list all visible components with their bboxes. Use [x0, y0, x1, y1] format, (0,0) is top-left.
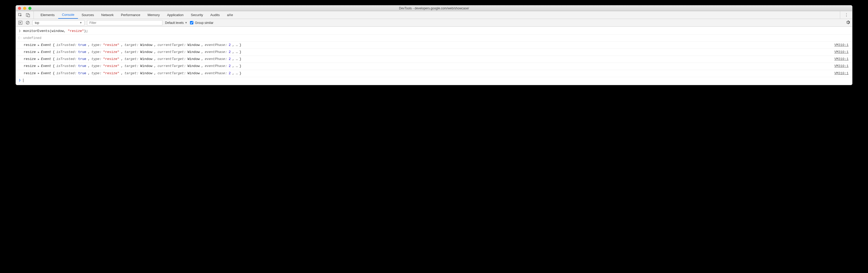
group-similar-label: Group similar: [195, 21, 213, 25]
undefined-output: undefined: [23, 35, 41, 41]
comma: ,: [201, 63, 203, 69]
comma: ,: [154, 42, 156, 48]
comma: ,: [201, 56, 203, 62]
brace-close: }: [239, 63, 241, 69]
expand-triangle-icon[interactable]: ▶: [38, 64, 39, 69]
inspect-element-icon[interactable]: [18, 13, 23, 18]
brace-close: }: [239, 71, 241, 76]
console-event-row[interactable]: resize▶Event {isTrusted: true, type: "re…: [16, 49, 852, 56]
event-prop-value: 2: [229, 56, 231, 62]
source-link[interactable]: VM310:1: [834, 71, 850, 76]
event-prop-value: Window: [140, 49, 153, 55]
ellipsis[interactable]: …: [236, 63, 238, 69]
event-prop-value: "resize": [103, 63, 119, 69]
console-settings-icon[interactable]: [846, 20, 850, 26]
expand-triangle-icon[interactable]: ▶: [38, 50, 39, 55]
console-event-row[interactable]: resize▶Event {isTrusted: true, type: "re…: [16, 42, 852, 49]
source-link[interactable]: VM310:1: [834, 42, 850, 48]
log-levels-selector[interactable]: Default levels ▼: [165, 21, 187, 25]
ellipsis[interactable]: …: [236, 71, 238, 76]
comma: ,: [121, 56, 123, 62]
tab-audits[interactable]: Audits: [207, 11, 223, 19]
event-prop-key: target:: [124, 56, 139, 62]
group-similar-toggle[interactable]: Group similar: [190, 21, 213, 25]
event-prop-value: Window: [140, 42, 153, 48]
context-selector[interactable]: top ▼: [32, 20, 85, 26]
event-prop-value: true: [78, 63, 86, 69]
tab-console[interactable]: Console: [58, 11, 78, 19]
console-event-row[interactable]: resize▶Event {isTrusted: true, type: "re…: [16, 63, 852, 70]
more-options-icon[interactable]: ⋮: [843, 12, 850, 18]
event-classname: Event: [41, 63, 51, 69]
comma: ,: [232, 49, 235, 55]
toggle-sidebar-icon[interactable]: [18, 21, 23, 25]
ellipsis[interactable]: …: [236, 49, 238, 55]
expand-triangle-icon[interactable]: ▶: [38, 43, 39, 47]
console-prompt[interactable]: ❯: [16, 77, 852, 84]
event-prop-value: true: [78, 42, 86, 48]
group-similar-checkbox[interactable]: [190, 21, 193, 24]
event-prop-value: Window: [187, 56, 199, 62]
expand-triangle-icon[interactable]: ▶: [38, 71, 39, 75]
tab-security[interactable]: Security: [187, 11, 207, 19]
event-prop-key: target:: [124, 49, 139, 55]
tabs-container: ElementsConsoleSourcesNetworkPerformance…: [37, 11, 840, 19]
event-prop-value: "resize": [103, 49, 119, 55]
console-return-value[interactable]: ⟨· undefined: [16, 35, 852, 42]
expand-triangle-icon[interactable]: ▶: [38, 57, 39, 62]
context-selector-value: top: [35, 21, 39, 25]
brace-open: {: [53, 49, 55, 55]
tab-memory[interactable]: Memory: [144, 11, 163, 19]
event-prop-value: Window: [187, 71, 199, 76]
filter-input[interactable]: [87, 20, 162, 26]
brace-open: {: [53, 56, 55, 62]
event-prop-value: Window: [187, 49, 199, 55]
tabbar: ElementsConsoleSourcesNetworkPerformance…: [16, 11, 852, 19]
svg-line-5: [27, 22, 29, 24]
tab-elements[interactable]: Elements: [37, 11, 58, 19]
console-input-history[interactable]: ❯ monitorEvents(window, "resize");: [16, 28, 852, 35]
event-label: resize: [24, 63, 36, 69]
event-classname: Event: [41, 42, 51, 48]
event-prop-key: currentTarget:: [157, 42, 186, 48]
console-event-row[interactable]: resize▶Event {isTrusted: true, type: "re…: [16, 56, 852, 63]
ellipsis[interactable]: …: [236, 56, 238, 62]
console-output[interactable]: ❯ monitorEvents(window, "resize"); ⟨· un…: [16, 27, 852, 85]
tab-application[interactable]: Application: [163, 11, 187, 19]
event-prop-key: currentTarget:: [157, 49, 186, 55]
tab-axe[interactable]: aXe: [223, 11, 237, 19]
event-prop-value: Window: [140, 63, 153, 69]
comma: ,: [121, 42, 123, 48]
comma: ,: [232, 63, 235, 69]
comma: ,: [232, 71, 235, 76]
event-prop-key: eventPhase:: [205, 56, 227, 62]
ellipsis[interactable]: …: [236, 42, 238, 48]
brace-close: }: [239, 49, 241, 55]
clear-console-icon[interactable]: [25, 21, 30, 25]
tab-performance[interactable]: Performance: [117, 11, 144, 19]
device-toggle-icon[interactable]: [26, 13, 30, 18]
maximize-window-button[interactable]: [28, 7, 31, 10]
event-prop-key: currentTarget:: [157, 71, 186, 76]
source-link[interactable]: VM310:1: [834, 49, 850, 55]
comma: ,: [88, 56, 90, 62]
input-marker-icon: ❯: [18, 28, 22, 34]
event-prop-key: type:: [91, 49, 102, 55]
event-label: resize: [24, 71, 36, 76]
console-event-row[interactable]: resize▶Event {isTrusted: true, type: "re…: [16, 70, 852, 77]
tab-sources[interactable]: Sources: [78, 11, 98, 19]
tab-network[interactable]: Network: [98, 11, 118, 19]
event-prop-value: 2: [229, 49, 231, 55]
titlebar[interactable]: DevTools - developers.google.com/web/sho…: [16, 5, 852, 11]
comma: ,: [154, 49, 156, 55]
close-window-button[interactable]: [18, 7, 21, 10]
comma: ,: [121, 49, 123, 55]
event-prop-value: "resize": [103, 42, 119, 48]
event-prop-key: eventPhase:: [205, 49, 227, 55]
event-prop-key: isTrusted:: [56, 42, 77, 48]
minimize-window-button[interactable]: [23, 7, 26, 10]
event-prop-value: "resize": [103, 71, 119, 76]
traffic-lights: [18, 7, 31, 10]
source-link[interactable]: VM310:1: [834, 63, 850, 69]
source-link[interactable]: VM310:1: [834, 56, 850, 62]
